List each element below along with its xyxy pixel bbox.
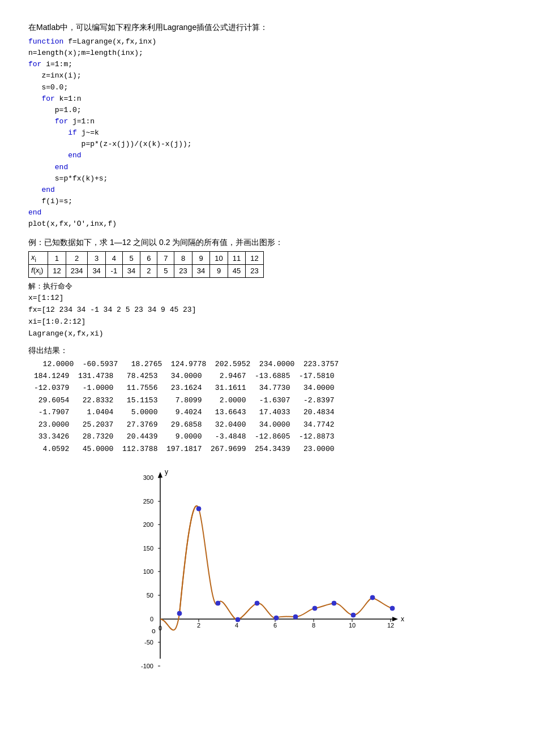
ytick-label-100: 100 — [143, 568, 153, 575]
x-axis-label: x — [401, 615, 404, 623]
xtick-label-2: 2 — [196, 622, 200, 629]
table-val-4: -1 — [105, 264, 122, 277]
datapoint-12 — [390, 606, 395, 611]
table-val-5: 34 — [122, 264, 140, 277]
table-header-11: 11 — [228, 252, 245, 265]
datapoint-9 — [332, 601, 336, 605]
table-val-6: 2 — [140, 264, 157, 277]
datapoint-1 — [177, 611, 182, 616]
datapoint-10 — [351, 613, 356, 617]
table-val-7: 5 — [157, 264, 174, 277]
data-table: xi 1 2 3 4 5 6 7 8 9 10 11 12 f(xi) 12 2… — [28, 251, 264, 277]
table-val-8: 23 — [174, 264, 192, 277]
chart-svg: 300 250 200 150 100 50 0 -50 -100 — [121, 466, 415, 693]
table-header-12: 12 — [246, 252, 263, 265]
y-axis-arrow — [158, 472, 162, 478]
datapoint-5 — [255, 601, 259, 605]
example-intro: 例：已知数据如下，求 1—12 之间以 0.2 为间隔的所有值，并画出图形： — [28, 238, 507, 248]
table-header-8: 8 — [174, 252, 192, 265]
datapoint-8 — [313, 606, 317, 611]
code-block: function f=Lagrange(x,fx,inx) n=length(x… — [28, 36, 507, 230]
ytick-label-minus100: -100 — [140, 663, 153, 669]
table-header-2: 2 — [66, 252, 88, 265]
table-val-10: 9 — [210, 264, 228, 277]
table-val-11: 45 — [228, 264, 245, 277]
x-axis-arrow — [392, 617, 398, 621]
datapoint-4 — [236, 617, 240, 622]
xtick-label-8: 8 — [311, 622, 315, 629]
xtick-label-10: 10 — [348, 622, 355, 629]
table-val-2: 234 — [66, 264, 88, 277]
solution-block: 解：执行命令 x=[1:12] fx=[12 234 34 -1 34 2 5 … — [28, 281, 507, 340]
y-axis-label: y — [165, 468, 168, 476]
table-header-1: 1 — [48, 252, 66, 265]
intro-text: 在Matlab中，可以编写如下程序来利用Lagrange插值公式进行计算： — [28, 23, 507, 33]
table-val-12: 23 — [246, 264, 263, 277]
table-header-10: 10 — [210, 252, 228, 265]
ytick-label-200: 200 — [143, 521, 153, 528]
ytick-label-minus50: -50 — [144, 639, 153, 646]
ytick-label-50: 50 — [146, 592, 153, 599]
result-label: 得出结果： — [28, 346, 507, 356]
result-numbers: 12.0000 -60.5937 18.2765 124.9778 202.59… — [28, 358, 507, 456]
ytick-label-0: 0 — [149, 616, 153, 622]
curve-path — [179, 506, 392, 620]
table-header-xi: xi — [29, 252, 48, 265]
xtick-label-0: 0 — [158, 625, 161, 632]
table-header-4: 4 — [105, 252, 122, 265]
datapoint-2 — [196, 506, 201, 511]
datapoint-6 — [274, 616, 279, 620]
table-header-9: 9 — [192, 252, 209, 265]
xtick-label-12: 12 — [387, 622, 393, 629]
table-header-6: 6 — [140, 252, 157, 265]
xtick-label-4: 4 — [234, 622, 238, 629]
ytick-label-250: 250 — [143, 498, 153, 505]
table-header-7: 7 — [157, 252, 174, 265]
datapoint-3 — [216, 601, 220, 605]
table-header-3: 3 — [88, 252, 105, 265]
table-val-3: 34 — [88, 264, 105, 277]
solution-label: 解：执行命令 — [28, 282, 72, 291]
datapoint-7 — [293, 615, 298, 619]
origin-label: o — [152, 627, 156, 635]
table-header-5: 5 — [122, 252, 140, 265]
ytick-label-300: 300 — [143, 474, 153, 481]
table-val-9: 34 — [192, 264, 209, 277]
table-val-1: 12 — [48, 264, 66, 277]
ytick-label-150: 150 — [143, 545, 153, 552]
table-fxi-label: f(xi) — [29, 264, 48, 277]
xtick-label-6: 6 — [273, 622, 276, 629]
datapoint-11 — [370, 595, 375, 600]
chart-container: 300 250 200 150 100 50 0 -50 -100 — [28, 466, 507, 693]
